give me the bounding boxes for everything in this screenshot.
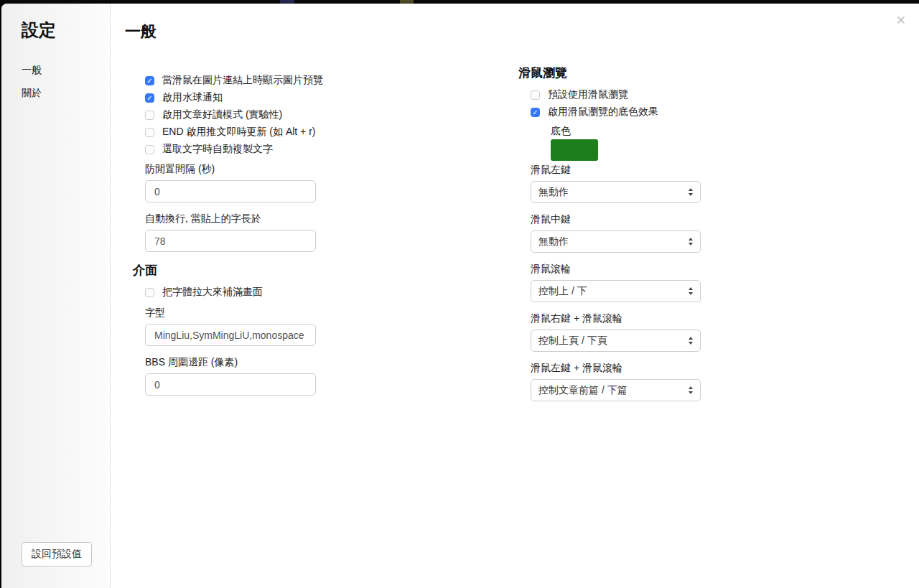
checkbox[interactable] [145, 93, 154, 103]
close-icon[interactable]: ✕ [896, 14, 906, 27]
checkbox-row-live-push-update[interactable]: END 啟用推文即時更新 (如 Alt + r) [145, 123, 327, 141]
select-arrows-icon [689, 238, 693, 246]
select-arrows-icon [689, 188, 693, 196]
select-label: 滑鼠右鍵 + 滑鼠滾輪 [531, 311, 712, 325]
checkbox-row-image-preview[interactable]: 當滑鼠在圖片連結上時顯示圖片預覽 [145, 72, 327, 89]
select-group-mouse-left: 滑鼠左鍵 無動作 [518, 162, 712, 203]
checkbox-row-auto-copy[interactable]: 選取文字時自動複製文字 [145, 141, 327, 158]
checkbox-label: 當滑鼠在圖片連結上時顯示圖片預覽 [162, 74, 323, 87]
select-value: 控制上頁 / 下頁 [538, 335, 607, 347]
select-group-mouse-wheel: 滑鼠滾輪 控制上 / 下 [518, 261, 712, 302]
section-title-interface: 介面 [133, 262, 327, 279]
select-value: 控制文章前篇 / 下篇 [538, 384, 628, 397]
highlight-color-swatch[interactable] [551, 139, 598, 161]
select-arrows-icon [689, 337, 693, 345]
checkbox[interactable] [531, 90, 540, 100]
right-plus-wheel-select[interactable]: 控制上頁 / 下頁 [531, 330, 701, 352]
select-label: 滑鼠中鍵 [531, 212, 712, 226]
checkbox[interactable] [145, 288, 154, 297]
mouse-left-select[interactable]: 無動作 [531, 181, 701, 203]
font-family-input[interactable] [145, 324, 316, 346]
checkbox-row-reader-mode[interactable]: 啟用文章好讀模式 (實驗性) [145, 106, 327, 123]
select-group-mouse-middle: 滑鼠中鍵 無動作 [518, 212, 712, 253]
checkbox-label: 把字體拉大來補滿畫面 [162, 286, 263, 299]
checkbox-label: 預設使用滑鼠瀏覽 [548, 88, 628, 101]
field-label: 防閒置間隔 (秒) [145, 162, 327, 176]
reset-defaults-button[interactable]: 設回預設值 [22, 542, 92, 566]
checkbox-label: 啟用滑鼠瀏覽的底色效果 [548, 106, 658, 118]
select-arrows-icon [689, 386, 693, 394]
select-label: 滑鼠滾輪 [531, 261, 712, 276]
sidebar-item-general[interactable]: 一般 [1, 58, 110, 81]
select-value: 無動作 [538, 235, 569, 248]
sidebar-nav: 一般 關於 [1, 58, 110, 104]
field-label: BBS 周圍邊距 (像素) [145, 355, 327, 369]
word-wrap-input[interactable] [145, 230, 316, 252]
select-group-right-plus-wheel: 滑鼠右鍵 + 滑鼠滾輪 控制上頁 / 下頁 [518, 311, 712, 352]
highlight-color-label: 底色 [551, 123, 712, 138]
page-title: 一般 [125, 22, 157, 42]
field-word-wrap: 自動換行, 當貼上的字長於 [133, 211, 327, 252]
checkbox-row-waterball-notify[interactable]: 啟用水球通知 [145, 89, 327, 106]
field-anti-idle: 防閒置間隔 (秒) [133, 162, 327, 202]
field-label: 字型 [145, 305, 327, 319]
settings-content: ✕ 一般 當滑鼠在圖片連結上時顯示圖片預覽 啟用水球通知 啟用文章好讀模式 (實… [111, 4, 919, 588]
mouse-browsing-column: 滑鼠瀏覽 預設使用滑鼠瀏覽 啟用滑鼠瀏覽的底色效果 底色 滑鼠左鍵 無動作 滑鼠… [518, 65, 712, 401]
checkbox[interactable] [145, 111, 154, 120]
checkbox[interactable] [145, 76, 154, 85]
field-label: 自動換行, 當貼上的字長於 [145, 211, 327, 225]
select-label: 滑鼠左鍵 [531, 162, 712, 177]
checkbox-label: 啟用水球通知 [162, 91, 223, 104]
checkbox[interactable] [145, 128, 154, 137]
mouse-middle-select[interactable]: 無動作 [531, 230, 701, 253]
anti-idle-input[interactable] [145, 180, 316, 202]
sidebar-item-about[interactable]: 關於 [1, 81, 110, 104]
select-label: 滑鼠左鍵 + 滑鼠滾輪 [531, 360, 712, 375]
bbs-margin-input[interactable] [145, 373, 316, 396]
general-settings-column: 當滑鼠在圖片連結上時顯示圖片預覽 啟用水球通知 啟用文章好讀模式 (實驗性) E… [133, 72, 327, 396]
field-bbs-margin: BBS 周圍邊距 (像素) [133, 355, 327, 396]
checkbox-label: 啟用文章好讀模式 (實驗性) [162, 108, 282, 121]
checkbox-row-mouse-browsing-default[interactable]: 預設使用滑鼠瀏覽 [531, 86, 712, 103]
checkbox-row-stretch-font[interactable]: 把字體拉大來補滿畫面 [145, 284, 327, 301]
left-plus-wheel-select[interactable]: 控制文章前篇 / 下篇 [531, 379, 701, 401]
sidebar: 設定 一般 關於 設回預設值 [1, 4, 111, 588]
mouse-wheel-select[interactable]: 控制上 / 下 [531, 280, 701, 302]
section-title-mouse-browsing: 滑鼠瀏覽 [518, 65, 712, 82]
field-font-family: 字型 [133, 305, 327, 346]
checkbox-label: END 啟用推文即時更新 (如 Alt + r) [162, 126, 316, 139]
select-value: 無動作 [538, 186, 569, 199]
sidebar-title: 設定 [22, 19, 110, 41]
select-arrows-icon [689, 287, 693, 295]
checkbox[interactable] [145, 145, 154, 154]
checkbox[interactable] [531, 108, 540, 117]
select-value: 控制上 / 下 [538, 285, 587, 298]
settings-dialog: 設定 一般 關於 設回預設值 ✕ 一般 當滑鼠在圖片連結上時顯示圖片預覽 啟用水… [1, 4, 919, 588]
select-group-left-plus-wheel: 滑鼠左鍵 + 滑鼠滾輪 控制文章前篇 / 下篇 [518, 360, 712, 401]
checkbox-row-mouse-browsing-highlight[interactable]: 啟用滑鼠瀏覽的底色效果 [531, 103, 712, 121]
checkbox-label: 選取文字時自動複製文字 [162, 143, 273, 156]
